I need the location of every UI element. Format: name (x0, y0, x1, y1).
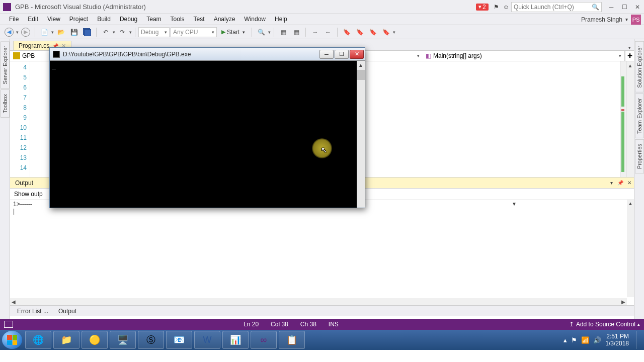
server-explorer-tab[interactable]: Server Explorer (1, 41, 10, 88)
start-button[interactable] (2, 331, 22, 349)
output-close-icon[interactable]: ✕ (625, 178, 634, 188)
taskbar-publisher[interactable]: 📊 (222, 331, 249, 349)
output-dropdown-icon[interactable]: ▾ (607, 178, 616, 188)
overview-ruler[interactable] (620, 61, 626, 177)
console-scroll-thumb[interactable] (357, 70, 365, 80)
output-scrollbar-h[interactable]: ◀▶ (10, 298, 627, 305)
solution-config-combo[interactable]: Debug▾ (138, 27, 170, 37)
console-scroll-up[interactable]: ▲ (357, 61, 365, 69)
tray-volume-icon[interactable]: 🔊 (593, 336, 601, 344)
menu-window[interactable]: Window (240, 15, 270, 24)
console-maximize-button[interactable]: ☐ (335, 50, 349, 59)
taskbar-chrome[interactable]: 🟡 (82, 331, 108, 349)
editor-scrollbar-v[interactable]: ▲ (626, 61, 634, 177)
show-desktop-button[interactable] (636, 331, 642, 349)
taskbar-remote[interactable]: 🖥️ (110, 331, 136, 349)
console-content[interactable]: _ (50, 61, 357, 208)
menu-debug[interactable]: Debug (116, 15, 141, 24)
solution-explorer-tab[interactable]: Solution Explorer (635, 41, 644, 93)
send-feedback-icon[interactable]: ☺ (501, 4, 511, 11)
toolbox-tab[interactable]: Toolbox (1, 89, 10, 118)
notification-badge[interactable]: ▾ 2 (476, 4, 489, 11)
menu-file[interactable]: File (5, 15, 23, 24)
tab-overflow-icon[interactable]: ▾ (628, 45, 634, 50)
menu-help[interactable]: Help (271, 15, 291, 24)
menu-build[interactable]: Build (93, 15, 115, 24)
save-all-button[interactable] (81, 27, 93, 38)
console-scrollbar-v[interactable]: ▲ ▼ (357, 61, 365, 208)
signed-in-user[interactable]: Pramesh Singh (581, 16, 622, 23)
tray-network-icon[interactable]: 📶 (581, 336, 589, 344)
taskbar-notes[interactable]: 📋 (279, 331, 305, 349)
nav-back-button[interactable]: ◀ (3, 27, 15, 38)
menu-tools[interactable]: Tools (167, 15, 189, 24)
right-tool-strip: Solution Explorer Team Explorer Properti… (634, 39, 644, 319)
console-close-button[interactable]: ✕ (350, 50, 364, 59)
user-avatar[interactable]: PS (631, 15, 641, 25)
output-body[interactable]: 1>------ | ▲ ◀▶ (10, 200, 634, 305)
menubar: File Edit View Project Build Debug Team … (0, 14, 528, 24)
line-number-gutter: 4 5 6 7 8 9 10 11 12 13 14 (10, 61, 30, 177)
menu-project[interactable]: Project (65, 15, 92, 24)
console-titlebar[interactable]: D:\Youtube\GPB\GPB\GPB\bin\Debug\GPB.exe… (50, 48, 365, 61)
outdent-button[interactable]: ← (322, 27, 334, 38)
tray-flag-icon[interactable]: ⚑ (571, 336, 577, 344)
menu-test[interactable]: Test (190, 15, 209, 24)
search-icon: 🔍 (592, 4, 599, 11)
scroll-up-icon[interactable]: ▲ (626, 61, 634, 69)
team-explorer-tab[interactable]: Team Explorer (635, 94, 644, 138)
menu-edit[interactable]: Edit (24, 15, 42, 24)
add-to-source-control[interactable]: ↥ Add to Source Control ▴ (569, 321, 640, 328)
console-minimize-button[interactable]: ─ (319, 50, 334, 59)
taskbar-word[interactable]: W (194, 331, 220, 349)
taskbar-outlook[interactable]: 📧 (166, 331, 192, 349)
redo-button[interactable]: ↷ (116, 27, 128, 38)
start-debug-button[interactable]: ▶Start▾ (218, 27, 249, 38)
console-title: D:\Youtube\GPB\GPB\GPB\bin\Debug\GPB.exe (63, 51, 319, 58)
new-project-button[interactable]: 📄 (38, 27, 50, 38)
tray-clock[interactable]: 2:51 PM 1/3/2018 (605, 333, 629, 347)
quick-launch-input[interactable] (514, 4, 592, 11)
comment-out-button[interactable]: ▦ (277, 27, 289, 38)
user-chevron-icon[interactable]: ▾ (625, 17, 628, 22)
properties-tab[interactable]: Properties (635, 139, 644, 173)
error-list-tab[interactable]: Error List ... (13, 307, 52, 316)
find-in-files-button[interactable]: 🔍 (255, 27, 267, 38)
maximize-button[interactable]: ☐ (618, 1, 631, 13)
menu-analyze[interactable]: Analyze (210, 15, 239, 24)
status-ins: INS (329, 321, 339, 328)
statusbar: Ln 20 Col 38 Ch 38 INS ↥ Add to Source C… (0, 319, 644, 330)
vs-icon (3, 3, 11, 11)
bookmark-prev-button[interactable]: 🔖 (354, 27, 366, 38)
menu-team[interactable]: Team (142, 15, 165, 24)
nav-method-combo[interactable]: ◧ Main(string[] args) ▾ (423, 51, 625, 61)
minimize-button[interactable]: ─ (605, 1, 618, 13)
taskbar-explorer[interactable]: 📁 (53, 331, 79, 349)
undo-button[interactable]: ↶ (100, 27, 112, 38)
bookmark-toggle-button[interactable]: 🔖 (341, 27, 353, 38)
solution-platform-combo[interactable]: Any CPU▾ (171, 27, 217, 37)
indent-button[interactable]: → (309, 27, 321, 38)
console-scroll-down[interactable]: ▼ (357, 200, 644, 208)
status-indicator-icon (4, 321, 13, 328)
console-window[interactable]: D:\Youtube\GPB\GPB\GPB\bin\Debug\GPB.exe… (49, 47, 365, 208)
taskbar-visualstudio[interactable]: ∞ (251, 331, 277, 349)
output-tab[interactable]: Output (54, 307, 80, 316)
feedback-icon[interactable]: ⚑ (492, 4, 501, 11)
uncomment-button[interactable]: ▦ (290, 27, 302, 38)
bookmark-next-button[interactable]: 🔖 (367, 27, 379, 38)
menu-view[interactable]: View (43, 15, 64, 24)
save-button[interactable]: 💾 (68, 27, 80, 38)
tray-show-hidden-icon[interactable]: ▴ (564, 336, 567, 344)
close-button[interactable]: ✕ (631, 1, 644, 13)
output-scrollbar-v[interactable]: ▲ (627, 200, 634, 297)
document-tab-label: Program.cs (19, 42, 49, 49)
nav-forward-button[interactable]: ▶ (20, 27, 32, 38)
open-file-button[interactable]: 📂 (55, 27, 67, 38)
taskbar-skype[interactable]: Ⓢ (138, 331, 164, 349)
bookmark-clear-button[interactable]: 🔖 (380, 27, 392, 38)
split-editor-button[interactable]: ✚ (625, 51, 634, 61)
quick-launch-box[interactable]: 🔍 (511, 2, 602, 12)
output-pin-icon[interactable]: 📌 (616, 178, 625, 188)
taskbar-ie[interactable]: 🌐 (25, 331, 51, 349)
